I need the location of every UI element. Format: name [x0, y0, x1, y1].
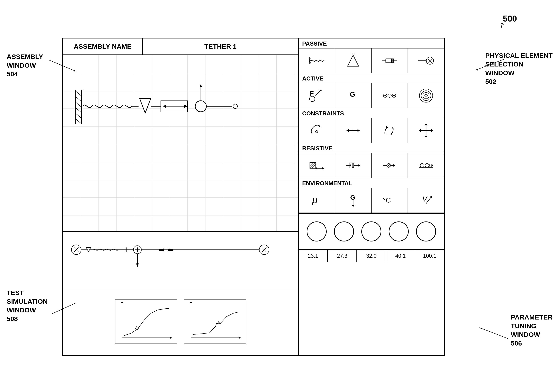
resist2-icon	[345, 158, 361, 173]
resist1-icon-cell[interactable]	[299, 153, 335, 178]
resist2-icon-cell[interactable]	[335, 153, 372, 178]
figure-number: 500	[503, 13, 517, 24]
environmental-label: ENVIRONMENTAL	[299, 178, 444, 188]
param-circle-3[interactable]	[361, 221, 381, 241]
spring-icon	[309, 53, 324, 68]
assembly-name-label: ASSEMBLY NAME	[63, 39, 143, 55]
svg-point-22	[195, 101, 206, 112]
svg-text:F: F	[310, 90, 314, 97]
param-circle-4[interactable]	[389, 221, 409, 241]
svg-point-82	[393, 95, 395, 96]
svg-marker-108	[322, 167, 324, 170]
svg-marker-114	[358, 164, 360, 167]
svg-point-124	[425, 163, 429, 167]
connector-passive-icon	[418, 53, 434, 68]
damper-icon-cell[interactable]	[372, 49, 408, 73]
main-ui: ASSEMBLY NAME TETHER 1	[62, 38, 445, 356]
svg-marker-100	[425, 136, 428, 138]
svg-rect-112	[352, 163, 354, 167]
parameter-tuning-label: PARAMETER TUNING WINDOW 506	[511, 313, 553, 348]
resist4-icon-cell[interactable]	[408, 153, 444, 178]
chart-2[interactable]	[184, 300, 246, 344]
svg-marker-48	[170, 337, 172, 339]
svg-line-9	[75, 91, 82, 96]
svg-marker-90	[346, 129, 349, 132]
svg-marker-93	[386, 126, 388, 129]
svg-point-81	[385, 95, 386, 96]
svg-line-13	[75, 113, 82, 119]
velocity-icon-cell[interactable]: V	[408, 188, 444, 212]
svg-point-62	[352, 53, 354, 55]
resist3-icon	[382, 158, 397, 173]
resist3-icon-cell[interactable]	[372, 153, 408, 178]
right-panel: PASSIVE	[299, 39, 444, 355]
param-value-5[interactable]: 100.1	[415, 250, 444, 262]
damper-icon	[382, 53, 397, 68]
sim-charts-area	[63, 288, 298, 355]
translate-h-icon-cell[interactable]	[335, 118, 372, 143]
svg-marker-102	[431, 129, 433, 132]
param-value-3[interactable]: 32.0	[357, 250, 386, 262]
param-circle-1[interactable]	[307, 221, 327, 241]
connector-passive-icon-cell[interactable]	[408, 49, 444, 73]
translate-r-icon	[382, 123, 397, 138]
chart-2-svg	[184, 300, 246, 343]
param-circle-5[interactable]	[416, 221, 436, 241]
constraints-label: CONSTRAINTS	[299, 108, 444, 118]
velocity-icon: V	[418, 193, 434, 208]
motion-icon-cell[interactable]	[372, 83, 408, 108]
svg-line-14	[75, 119, 82, 124]
constraints-row	[299, 118, 444, 143]
param-value-4[interactable]: 40.1	[386, 250, 415, 262]
sim-diagram-area[interactable]: ⇒ ⇐	[63, 232, 298, 288]
temp-icon: °C	[382, 193, 397, 208]
svg-text:μ: μ	[312, 194, 318, 205]
svg-point-88	[316, 131, 318, 133]
chart-1[interactable]	[115, 300, 177, 344]
svg-line-12	[75, 107, 82, 113]
resistive-row	[299, 153, 444, 178]
spring-icon-cell[interactable]	[299, 49, 335, 73]
mu-icon-cell[interactable]: μ	[299, 188, 335, 212]
svg-marker-87	[319, 125, 320, 127]
svg-marker-101	[419, 129, 421, 132]
field-icon	[418, 88, 434, 103]
force-icon-cell[interactable]: F	[299, 83, 335, 108]
g-source-icon: G	[345, 88, 361, 103]
simulation-window: ⇒ ⇐	[63, 232, 298, 355]
passive-label: PASSIVE	[299, 39, 444, 48]
svg-marker-45	[136, 263, 139, 267]
svg-point-74	[310, 96, 315, 102]
temp-icon-cell[interactable]: °C	[372, 188, 408, 212]
param-value-2[interactable]: 27.3	[328, 250, 357, 262]
gravity-icon-cell[interactable]: G	[335, 188, 372, 212]
assembly-window-label: ASSEMBLY WINDOW 504	[7, 52, 43, 78]
parameter-tuning-arrow	[479, 327, 508, 339]
resist4-icon	[418, 158, 434, 173]
svg-marker-121	[393, 164, 395, 167]
svg-point-84	[421, 91, 431, 100]
param-value-1[interactable]: 23.1	[299, 250, 328, 262]
svg-marker-94	[393, 127, 394, 129]
param-circle-2[interactable]	[334, 221, 354, 241]
svg-line-11	[75, 102, 82, 107]
translate-xy-icon-cell[interactable]	[408, 118, 444, 143]
svg-text:G: G	[350, 194, 355, 201]
g-source-icon-cell[interactable]: G	[335, 83, 372, 108]
svg-marker-53	[190, 301, 192, 303]
rotate-icon-cell[interactable]	[299, 118, 335, 143]
field-icon-cell[interactable]	[408, 83, 444, 108]
mass-icon-cell[interactable]	[335, 49, 372, 73]
svg-text:V: V	[422, 195, 428, 203]
svg-marker-126	[432, 164, 434, 167]
assembly-header: ASSEMBLY NAME TETHER 1	[63, 39, 298, 55]
svg-line-2	[476, 59, 505, 70]
passive-row	[299, 48, 444, 73]
translate-r-icon-cell[interactable]	[372, 118, 408, 143]
assembly-grid[interactable]	[63, 55, 298, 231]
environmental-row: μ G °C V	[299, 188, 444, 213]
simulation-diagram: ⇒ ⇐	[63, 232, 298, 288]
left-panel: ASSEMBLY NAME TETHER 1	[63, 39, 299, 355]
assembly-diagram	[63, 55, 298, 231]
svg-line-6	[479, 327, 508, 339]
